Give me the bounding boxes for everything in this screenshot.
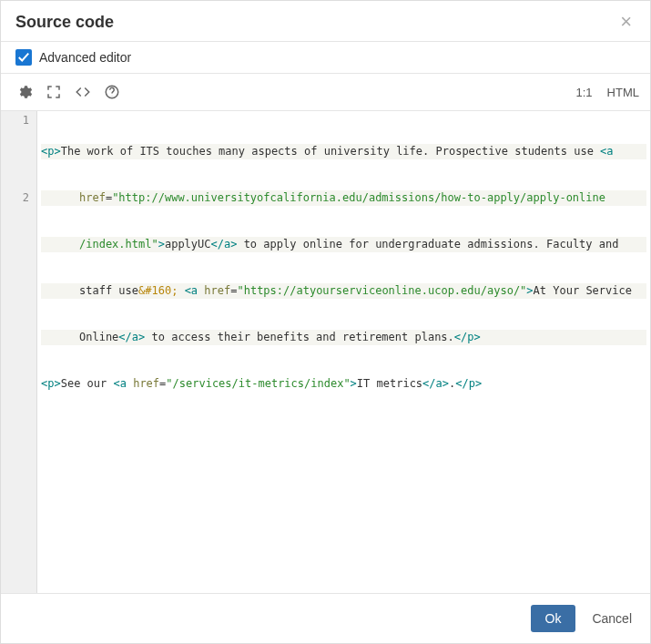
gutter-line: 2 (1, 190, 36, 206)
advanced-editor-label: Advanced editor (39, 50, 131, 65)
line-gutter: 1 2 (1, 111, 37, 593)
code-line: <p>See our <a href="/services/it-metrics… (41, 376, 646, 392)
code-line-wrap: href="http://www.universityofcalifornia.… (41, 190, 646, 206)
close-icon[interactable]: × (616, 12, 636, 32)
code-icon[interactable] (70, 79, 96, 105)
gutter-wrap (1, 128, 36, 144)
dialog-title: Source code (15, 13, 114, 32)
code-content[interactable]: <p>The work of ITS touches many aspects … (37, 111, 650, 593)
gutter-wrap (1, 175, 36, 190)
editor-toolbar: 1:1 HTML (1, 74, 650, 111)
advanced-editor-checkbox[interactable] (15, 49, 32, 66)
gear-icon[interactable] (12, 79, 37, 105)
source-code-dialog: Source code × Advanced editor 1:1 HTML 1 (0, 0, 651, 644)
check-icon (17, 51, 30, 64)
dialog-header: Source code × (1, 1, 650, 42)
advanced-editor-row: Advanced editor (1, 42, 650, 74)
gutter-wrap (1, 159, 36, 175)
zoom-ratio: 1:1 (576, 86, 593, 99)
gutter-wrap (1, 144, 36, 159)
help-icon[interactable] (99, 79, 125, 105)
language-label: HTML (607, 86, 639, 99)
code-editor[interactable]: 1 2 <p>The work of ITS touches many aspe… (1, 111, 650, 593)
code-line-wrap: /index.html">applyUC</a> to apply online… (41, 237, 646, 252)
cancel-button[interactable]: Cancel (592, 611, 632, 626)
code-line: <p>The work of ITS touches many aspects … (41, 144, 646, 159)
dialog-footer: Ok Cancel (1, 593, 650, 643)
fullscreen-icon[interactable] (41, 79, 66, 105)
gutter-line: 1 (1, 113, 36, 128)
code-line-wrap: Online</a> to access their benefits and … (41, 330, 646, 345)
ok-button[interactable]: Ok (531, 605, 576, 632)
code-line-wrap: staff use&#160; <a href="https://atyours… (41, 283, 646, 299)
